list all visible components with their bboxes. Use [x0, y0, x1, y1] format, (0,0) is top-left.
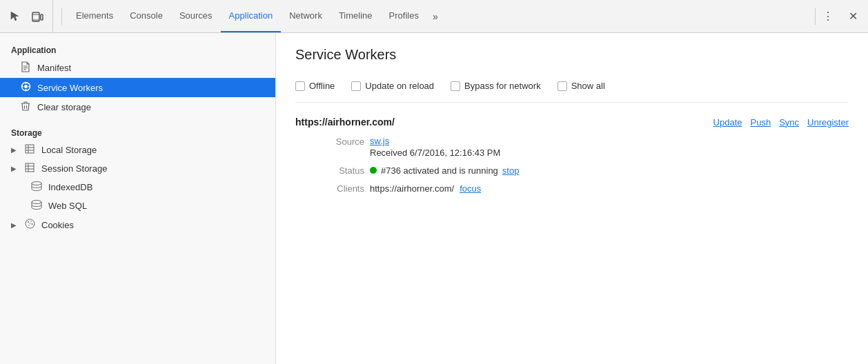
sw-url-row: https://airhorner.com/ Update Push Sync …: [295, 117, 849, 128]
checkbox-offline-box[interactable]: [295, 81, 305, 91]
sidebar-item-indexeddb[interactable]: IndexedDB: [0, 178, 275, 196]
toolbar: Elements Console Sources Application Net…: [0, 0, 868, 33]
tab-timeline[interactable]: Timeline: [331, 0, 381, 32]
tabs: Elements Console Sources Application Net…: [68, 0, 812, 32]
svg-point-20: [32, 201, 41, 204]
svg-point-25: [28, 225, 30, 226]
clients-value: https://airhorner.com/ focus: [370, 183, 849, 194]
checkbox-update-on-reload[interactable]: Update on reload: [351, 81, 434, 91]
status-text: #736 activated and is running: [381, 165, 498, 176]
tab-sources[interactable]: Sources: [171, 0, 221, 32]
checkbox-offline[interactable]: Offline: [295, 81, 335, 91]
checkbox-update-on-reload-label: Update on reload: [365, 81, 434, 91]
tab-network[interactable]: Network: [281, 0, 331, 32]
checkbox-update-on-reload-box[interactable]: [351, 81, 361, 91]
service-workers-icon: [19, 81, 32, 94]
sidebar-item-indexeddb-label: IndexedDB: [48, 182, 92, 192]
svg-point-8: [24, 85, 28, 88]
sidebar-item-local-storage[interactable]: ▶ Local Storage: [0, 141, 275, 159]
checkbox-show-all-label: Show all: [571, 81, 605, 91]
source-value: sw.js Received 6/7/2016, 12:16:43 PM: [370, 136, 849, 158]
toolbar-right: ⋮ ✕: [818, 7, 862, 26]
sidebar-item-session-storage-label: Session Storage: [41, 163, 107, 174]
status-value: #736 activated and is running stop: [370, 165, 849, 176]
sidebar-item-cookies-label: Cookies: [41, 220, 74, 230]
toolbar-divider-right: [815, 8, 816, 25]
local-storage-icon: [23, 144, 36, 156]
sidebar-item-clear-storage-label: Clear storage: [37, 102, 91, 112]
sidebar-section-application: Application: [0, 41, 275, 58]
sidebar: Application Manifest: [0, 33, 276, 364]
push-link[interactable]: Push: [750, 117, 771, 128]
sw-actions: Update Push Sync Unregister: [713, 117, 849, 128]
sw-details: Source sw.js Received 6/7/2016, 12:16:43…: [295, 136, 849, 194]
sidebar-section-storage: Storage: [0, 124, 275, 141]
svg-rect-15: [26, 163, 34, 172]
clear-storage-icon: [19, 101, 32, 114]
manifest-icon: [19, 61, 32, 74]
source-label: Source: [309, 136, 364, 158]
stop-link[interactable]: stop: [502, 165, 520, 176]
tab-application[interactable]: Application: [221, 0, 282, 32]
tab-console[interactable]: Console: [121, 0, 171, 32]
main: Application Manifest: [0, 33, 868, 364]
service-worker-entry: https://airhorner.com/ Update Push Sync …: [295, 117, 849, 194]
toolbar-icons: [6, 0, 53, 32]
cookies-icon: [23, 219, 36, 231]
sidebar-item-cookies[interactable]: ▶ Cookies: [0, 215, 275, 234]
svg-rect-11: [26, 145, 34, 153]
sidebar-item-manifest[interactable]: Manifest: [0, 58, 275, 78]
sidebar-item-clear-storage[interactable]: Clear storage: [0, 97, 275, 117]
svg-rect-1: [41, 14, 43, 20]
sidebar-item-local-storage-label: Local Storage: [41, 145, 97, 155]
svg-point-22: [28, 221, 29, 223]
status-label: Status: [309, 165, 364, 176]
content-panel: Service Workers Offline Update on reload…: [276, 33, 868, 364]
sw-url: https://airhorner.com/: [295, 117, 395, 128]
status-indicator: [370, 167, 377, 174]
sync-link[interactable]: Sync: [779, 117, 799, 128]
session-storage-arrow: ▶: [11, 165, 17, 172]
sidebar-item-service-workers-label: Service Workers: [37, 83, 103, 93]
clients-label: Clients: [309, 183, 364, 194]
session-storage-icon: [23, 163, 36, 174]
sidebar-item-session-storage[interactable]: ▶ Session Storage: [0, 159, 275, 178]
checkbox-show-all[interactable]: Show all: [558, 81, 605, 91]
web-sql-icon: [30, 200, 43, 212]
more-button[interactable]: ⋮: [818, 7, 838, 26]
clients-url: https://airhorner.com/: [370, 183, 454, 194]
cookies-arrow: ▶: [11, 221, 17, 229]
sidebar-item-manifest-label: Manifest: [37, 63, 71, 73]
checkbox-bypass-for-network-label: Bypass for network: [464, 81, 541, 91]
tab-profiles[interactable]: Profiles: [381, 0, 427, 32]
indexeddb-icon: [30, 181, 43, 193]
tab-elements[interactable]: Elements: [68, 0, 121, 32]
cursor-icon[interactable]: [6, 7, 25, 26]
svg-point-26: [29, 223, 30, 223]
sidebar-item-service-workers[interactable]: Service Workers: [0, 78, 275, 97]
checkboxes-row: Offline Update on reload Bypass for netw…: [295, 74, 849, 103]
local-storage-arrow: ▶: [11, 146, 17, 154]
svg-point-24: [31, 223, 32, 225]
update-link[interactable]: Update: [713, 117, 742, 128]
svg-point-19: [32, 182, 41, 185]
page-title: Service Workers: [295, 47, 849, 63]
received-value: Received 6/7/2016, 12:16:43 PM: [370, 148, 849, 158]
checkbox-offline-label: Offline: [309, 81, 335, 91]
checkbox-show-all-box[interactable]: [558, 81, 567, 91]
svg-point-23: [30, 221, 32, 222]
checkbox-bypass-for-network[interactable]: Bypass for network: [451, 81, 541, 91]
checkbox-bypass-for-network-box[interactable]: [451, 81, 460, 91]
source-file-link[interactable]: sw.js: [370, 136, 849, 146]
focus-link[interactable]: focus: [460, 183, 481, 194]
tab-overflow[interactable]: »: [427, 0, 444, 32]
close-button[interactable]: ✕: [843, 7, 862, 26]
unregister-link[interactable]: Unregister: [807, 117, 849, 128]
sidebar-item-web-sql[interactable]: Web SQL: [0, 196, 275, 215]
sidebar-item-web-sql-label: Web SQL: [48, 201, 87, 211]
device-icon[interactable]: [28, 7, 47, 26]
toolbar-divider: [61, 8, 62, 25]
